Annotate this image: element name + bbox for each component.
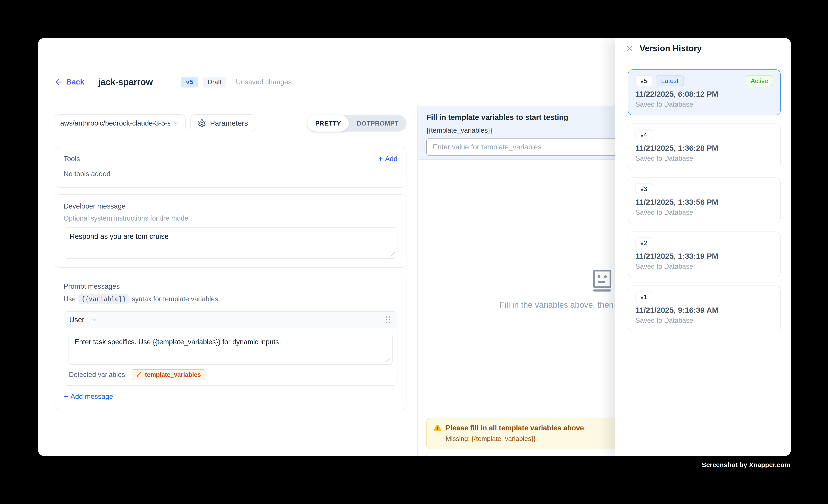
template-variable-input[interactable] bbox=[426, 138, 644, 156]
chevron-down-icon bbox=[91, 316, 98, 323]
version-card-v3[interactable]: v3 11/21/2025, 1:33:56 PM Saved to Datab… bbox=[628, 177, 781, 223]
developer-message-card: Developer message Optional system instru… bbox=[54, 195, 407, 268]
version-saved-status: Saved to Database bbox=[635, 155, 773, 162]
parameters-button[interactable]: Parameters bbox=[191, 114, 255, 132]
version-id-badge: v1 bbox=[635, 292, 652, 302]
warning-triangle-icon bbox=[433, 424, 442, 432]
arrow-left-icon bbox=[54, 78, 63, 86]
detected-variable-name: template_variables bbox=[145, 371, 201, 378]
chat-input-partial-card bbox=[426, 452, 645, 456]
version-card-v1[interactable]: v1 11/21/2025, 9:16:39 AM Saved to Datab… bbox=[628, 286, 781, 331]
developer-message-input[interactable]: Respond as you are tom cruise bbox=[64, 227, 398, 259]
version-saved-status: Saved to Database bbox=[635, 100, 773, 109]
version-timestamp: 11/21/2025, 9:16:39 AM bbox=[635, 306, 773, 315]
add-message-label: Add message bbox=[71, 392, 113, 401]
tools-empty-text: No tools added bbox=[64, 170, 398, 178]
version-card-v4[interactable]: v4 11/21/2025, 1:36:28 PM Saved to Datab… bbox=[628, 123, 781, 169]
role-select-value: User bbox=[69, 316, 84, 324]
parameters-label: Parameters bbox=[210, 119, 248, 127]
variable-syntax-chip: {{variable}} bbox=[78, 294, 129, 304]
back-button[interactable]: Back bbox=[54, 78, 84, 86]
version-history-title: Version History bbox=[639, 43, 702, 53]
version-saved-status: Saved to Database bbox=[635, 209, 773, 216]
version-timestamp: 11/21/2025, 1:36:28 PM bbox=[635, 144, 773, 153]
version-list: v5 Latest Active 11/22/2025, 6:08:12 PM … bbox=[615, 59, 791, 331]
version-id-badge: v4 bbox=[635, 129, 652, 140]
prompt-editor-column: aws/anthropic/bedrock-claude-3-5-s... Pa… bbox=[38, 106, 418, 456]
plus-icon: + bbox=[378, 155, 383, 163]
detected-variables-label: Detected variables: bbox=[69, 371, 127, 379]
version-saved-status: Saved to Database bbox=[635, 262, 773, 270]
version-timestamp: 11/21/2025, 1:33:56 PM bbox=[635, 198, 773, 207]
header-badges: v5 Draft Unsaved changes bbox=[181, 77, 292, 87]
close-icon[interactable] bbox=[625, 44, 634, 53]
model-select[interactable]: aws/anthropic/bedrock-claude-3-5-s... bbox=[54, 114, 185, 132]
draft-badge: Draft bbox=[203, 77, 226, 87]
drag-handle-icon[interactable] bbox=[384, 315, 392, 325]
version-saved-status: Saved to Database bbox=[635, 317, 773, 325]
version-timestamp: 11/22/2025, 6:08:12 PM bbox=[635, 90, 773, 99]
empty-state-text: Fill in the variables above, then typ bbox=[499, 300, 627, 309]
hint-prefix: Use bbox=[64, 295, 76, 303]
tools-label: Tools bbox=[64, 155, 80, 163]
latest-badge: Latest bbox=[656, 76, 684, 86]
add-tool-label: Add bbox=[385, 155, 398, 163]
back-label: Back bbox=[66, 78, 84, 86]
version-card-v2[interactable]: v2 11/21/2025, 1:33:19 PM Saved to Datab… bbox=[628, 232, 781, 277]
message-input[interactable]: Enter task specifics. Use {{template_var… bbox=[69, 333, 392, 365]
page-title: jack-sparrow bbox=[98, 77, 153, 87]
detected-variables-row: Detected variables: template_variables bbox=[64, 365, 397, 385]
tools-card: Tools + Add No tools added bbox=[54, 147, 407, 187]
add-message-button[interactable]: + Add message bbox=[64, 392, 398, 401]
developer-message-hint: Optional system instructions for the mod… bbox=[64, 214, 398, 222]
version-id-badge: v2 bbox=[635, 238, 652, 248]
version-timestamp: 11/21/2025, 1:33:19 PM bbox=[635, 252, 773, 261]
warning-missing-text: Missing: {{template_variables}} bbox=[446, 435, 638, 443]
role-select[interactable]: User bbox=[69, 316, 98, 324]
version-id-badge: v3 bbox=[635, 183, 652, 194]
unsaved-changes-label: Unsaved changes bbox=[236, 78, 291, 86]
model-toolbar: aws/anthropic/bedrock-claude-3-5-s... Pa… bbox=[54, 114, 407, 132]
warning-title: Please fill in all template variables ab… bbox=[446, 424, 584, 432]
prompt-syntax-hint: Use {{variable}} syntax for template var… bbox=[64, 294, 398, 304]
template-warning-card: Please fill in all template variables ab… bbox=[426, 418, 645, 449]
version-history-panel: Version History v5 Latest Active 11/22/2… bbox=[615, 38, 791, 456]
version-card-v5[interactable]: v5 Latest Active 11/22/2025, 6:08:12 PM … bbox=[628, 70, 781, 115]
chevron-down-icon bbox=[173, 120, 180, 127]
detected-variable-chip[interactable]: template_variables bbox=[132, 369, 205, 380]
toggle-dotprompt[interactable]: DOTPROMPT bbox=[349, 115, 407, 132]
app-window: Back jack-sparrow v5 Draft Unsaved chang… bbox=[38, 38, 791, 456]
message-block: User Enter task specifics. Use {{templat… bbox=[64, 311, 398, 386]
prompt-messages-label: Prompt messages bbox=[64, 283, 398, 290]
version-id-badge: v5 bbox=[635, 76, 652, 86]
version-history-header: Version History bbox=[615, 38, 791, 59]
active-badge: Active bbox=[746, 76, 773, 86]
toggle-pretty[interactable]: PRETTY bbox=[307, 115, 349, 132]
hint-suffix: syntax for template variables bbox=[132, 295, 218, 303]
add-tool-button[interactable]: + Add bbox=[378, 155, 398, 163]
developer-message-label: Developer message bbox=[64, 202, 398, 210]
model-select-value: aws/anthropic/bedrock-claude-3-5-s... bbox=[60, 119, 170, 127]
prompt-messages-card: Prompt messages Use {{variable}} syntax … bbox=[54, 275, 407, 409]
plus-icon: + bbox=[64, 392, 68, 401]
version-badge: v5 bbox=[181, 77, 198, 87]
message-header: User bbox=[64, 312, 397, 328]
watermark-text: Screenshot by Xnapper.com bbox=[702, 461, 790, 469]
format-toggle: PRETTY DOTPROMPT bbox=[307, 115, 407, 132]
pencil-icon bbox=[136, 372, 142, 378]
gear-icon bbox=[198, 119, 206, 128]
bot-face-icon bbox=[593, 269, 612, 292]
